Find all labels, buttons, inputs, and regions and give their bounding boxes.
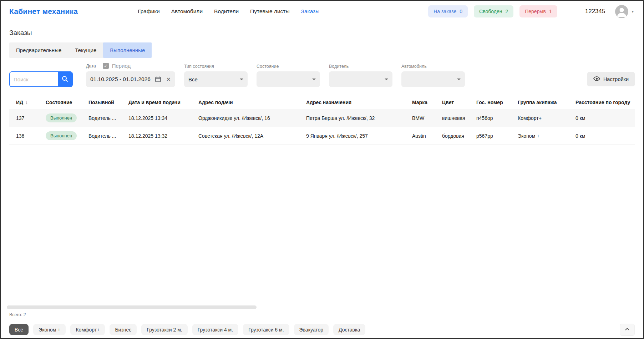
- caret-down-icon: [312, 79, 316, 80]
- crew-group-chip[interactable]: Эвакуатор: [294, 324, 329, 335]
- status-badge: Выполнен: [46, 131, 77, 140]
- column-label: Цвет: [442, 100, 454, 105]
- chevron-down-icon[interactable]: ▾: [632, 9, 634, 14]
- crew-group-chip[interactable]: Все: [9, 324, 29, 335]
- chevron-up-icon: [624, 326, 630, 333]
- badge-label: Перерыв: [525, 9, 546, 14]
- orders-page: Заказы Предварительные Текущие Выполненн…: [1, 22, 643, 321]
- select-value: Все: [188, 76, 240, 82]
- column-header[interactable]: Марка ↓: [412, 100, 442, 105]
- select-control[interactable]: [257, 71, 320, 87]
- cell-id: 137: [16, 115, 46, 121]
- nav-item[interactable]: Графики: [138, 8, 160, 15]
- search-input[interactable]: [10, 72, 58, 86]
- tab[interactable]: Выполненные: [103, 42, 152, 58]
- status-badge: Выполнен: [46, 113, 77, 122]
- column-header[interactable]: ИД ↓: [16, 100, 46, 105]
- table-row[interactable]: 136 Выполнен Водитель ... 18.12.2025 13:…: [9, 127, 635, 145]
- check-icon: ✓: [104, 64, 107, 69]
- collapse-bar-button[interactable]: [620, 324, 635, 336]
- clear-date-icon[interactable]: ✕: [166, 76, 171, 83]
- calendar-icon[interactable]: [155, 76, 161, 82]
- tab[interactable]: Предварительные: [9, 42, 68, 58]
- badge-count: 2: [505, 9, 508, 14]
- tab[interactable]: Текущие: [68, 42, 103, 58]
- period-label: Период: [112, 63, 131, 69]
- search-icon: [61, 75, 69, 84]
- nav-item[interactable]: Водители: [214, 8, 239, 15]
- column-header[interactable]: Цвет ↓: [442, 100, 476, 105]
- crew-group-chip[interactable]: Бизнес: [110, 324, 137, 335]
- filter-select-group: Автомобиль: [401, 64, 465, 87]
- select-label: Тип состояния: [184, 64, 248, 69]
- column-header[interactable]: Группа экипажа ↓: [518, 100, 575, 105]
- select-label: Состояние: [257, 64, 320, 69]
- filters-bar: Дата ✓ Период 01.10.2025 - 01.01.2026: [9, 63, 635, 87]
- nav-item[interactable]: Автомобили: [171, 8, 203, 15]
- select-control[interactable]: [401, 71, 465, 87]
- cell-brand: BMW: [412, 115, 442, 121]
- crew-group-chip[interactable]: Доставка: [333, 324, 365, 335]
- app-title: Кабинет механика: [9, 7, 78, 16]
- status-counter-badge[interactable]: Свободен 2: [474, 5, 513, 17]
- date-label: Дата: [86, 64, 96, 69]
- cell-crew-group: Эконом +: [518, 133, 575, 139]
- horizontal-scrollbar[interactable]: [7, 305, 257, 309]
- orders-tabs: Предварительные Текущие Выполненные: [9, 42, 152, 58]
- badge-count: 0: [460, 9, 462, 14]
- cell-brand: Austin: [412, 133, 442, 139]
- column-label: Гос. номер: [476, 100, 503, 105]
- cell-status: Выполнен: [46, 131, 88, 140]
- status-counter-badge[interactable]: Перерыв 1: [519, 5, 557, 17]
- cell-destination-address: 9 Января ул. /Ижевск/, 257: [306, 133, 412, 139]
- orders-table: ИД ↓ Состояние ↓ Позывной ↓ Дата и: [9, 96, 635, 145]
- column-label: ИД: [16, 100, 23, 105]
- crew-group-chip[interactable]: Грузотакси 2 м.: [141, 324, 187, 335]
- select-control[interactable]: Все: [184, 71, 248, 87]
- column-header[interactable]: Гос. номер ↓: [476, 100, 518, 105]
- column-header[interactable]: Дата и время подачи ↓: [128, 100, 198, 105]
- cell-color: бордовая: [442, 133, 476, 139]
- column-label: Состояние: [46, 100, 72, 105]
- cell-status: Выполнен: [46, 113, 88, 122]
- date-label-row: Дата ✓ Период: [86, 63, 175, 69]
- crew-group-chip[interactable]: Грузотакси 6 м.: [243, 324, 289, 335]
- nav-item[interactable]: Путевые листы: [250, 8, 289, 15]
- crew-group-chip[interactable]: Грузотакси 4 м.: [192, 324, 238, 335]
- table-body: 137 Выполнен Водитель ... 18.12.2025 13:…: [9, 109, 635, 145]
- mechanic-cabinet-app: Кабинет механика Графики Автомобили Води…: [0, 0, 644, 339]
- search-button[interactable]: [58, 72, 72, 86]
- nav-item[interactable]: Заказы: [301, 8, 320, 15]
- column-header[interactable]: Позывной ↓: [88, 100, 128, 105]
- page-title: Заказы: [9, 29, 635, 37]
- crew-group-chip[interactable]: Эконом +: [33, 324, 66, 335]
- cell-pickup-address: Советская ул. /Ижевск/, 12А: [198, 133, 306, 139]
- column-header[interactable]: Адрес подачи ↓: [198, 100, 306, 105]
- column-label: Дата и время подачи: [128, 100, 181, 105]
- cell-datetime: 18.12.2025 13:32: [128, 133, 198, 139]
- filter-select-group: Тип состояния Все: [184, 64, 248, 87]
- column-header[interactable]: Расстояние по городу ↓: [575, 100, 635, 105]
- column-label: Адрес назначения: [306, 100, 351, 105]
- settings-label: Настройки: [603, 76, 629, 82]
- select-control[interactable]: [329, 71, 392, 87]
- caret-down-icon: [457, 79, 461, 80]
- cell-distance: 0 км: [575, 115, 635, 121]
- total-count: Всего: 2: [9, 312, 635, 317]
- cell-callsign: Водитель ...: [88, 115, 128, 121]
- user-avatar[interactable]: [615, 5, 628, 18]
- crew-group-chip[interactable]: Комфорт+: [70, 324, 105, 335]
- column-header[interactable]: Адрес назначения ↓: [306, 100, 412, 105]
- column-header[interactable]: Состояние ↓: [46, 100, 88, 105]
- sort-desc-icon[interactable]: ↓: [25, 100, 28, 105]
- period-checkbox[interactable]: ✓: [103, 63, 109, 69]
- status-counter-badge[interactable]: На заказе 0: [428, 5, 468, 17]
- table-row[interactable]: 137 Выполнен Водитель ... 18.12.2025 13:…: [9, 109, 635, 127]
- cell-pickup-address: Орджоникидзе ул. /Ижевск/, 16: [198, 115, 306, 121]
- settings-button[interactable]: Настройки: [587, 72, 635, 86]
- eye-icon: [593, 75, 600, 83]
- filter-select-group: Состояние: [257, 64, 320, 87]
- select-label: Водитель: [329, 64, 392, 69]
- caret-down-icon: [240, 79, 243, 80]
- date-range-field[interactable]: 01.10.2025 - 01.01.2026 ✕: [86, 71, 175, 87]
